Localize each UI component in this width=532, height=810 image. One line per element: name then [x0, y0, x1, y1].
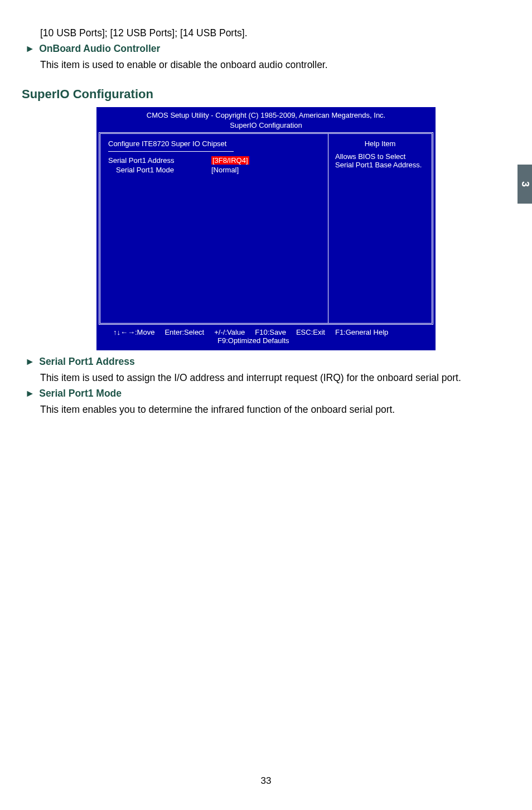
- item-serial-addr: ► Serial Port1 Address: [25, 356, 521, 368]
- arrow-icon: ►: [25, 388, 35, 399]
- chapter-tab-label: 3: [519, 181, 531, 187]
- item-serial-mode-title: Serial Port1 Mode: [39, 388, 122, 399]
- arrow-icon: ►: [25, 356, 35, 368]
- bios-help-panel: Help Item Allows BIOS to Select Serial P…: [328, 134, 432, 323]
- bios-screenshot: CMOS Setup Utility - Copyright (C) 1985-…: [96, 107, 436, 350]
- bios-inner: Configure ITE8720 Super IO Chipset Seria…: [99, 132, 433, 325]
- item-serial-mode: ► Serial Port1 Mode: [25, 388, 521, 399]
- bios-row-serial-mode[interactable]: Serial Port1 Mode [Normal]: [108, 166, 320, 174]
- bios-row-serial-addr[interactable]: Serial Port1 Address [3F8/IRQ4]: [108, 156, 320, 165]
- bios-config-title: Configure ITE8720 Super IO Chipset: [108, 139, 320, 148]
- bios-key-f1: F1:General Help: [335, 328, 388, 336]
- bios-key-f9: F9:Optimized Defaults: [113, 336, 428, 345]
- page-number: 33: [0, 775, 532, 787]
- chapter-tab: 3: [518, 165, 532, 204]
- section-heading: SuperIO Configuration: [22, 87, 521, 102]
- arrow-icon: ►: [25, 43, 35, 55]
- bios-row-label: Serial Port1 Mode: [108, 166, 211, 174]
- page-content: [10 USB Ports]; [12 USB Ports]; [14 USB …: [0, 0, 532, 417]
- bios-row-label: Serial Port1 Address: [108, 156, 211, 165]
- bios-left-panel: Configure ITE8720 Super IO Chipset Seria…: [100, 134, 328, 323]
- item-serial-mode-desc: This item enables you to determine the i…: [40, 402, 521, 417]
- bios-key-esc: ESC:Exit: [296, 328, 325, 336]
- bios-header: CMOS Setup Utility - Copyright (C) 1985-…: [96, 107, 436, 132]
- usb-ports-options: [10 USB Ports]; [12 USB Ports]; [14 USB …: [40, 25, 521, 41]
- bios-key-f10: F10:Save: [255, 328, 286, 336]
- bios-footer: ↑↓←→:Move Enter:Select +/-/:Value F10:Sa…: [96, 325, 436, 350]
- bios-row-value: [3F8/IRQ4]: [211, 156, 249, 165]
- bios-row-value: [Normal]: [211, 166, 239, 174]
- bios-help-header: Help Item: [335, 139, 425, 148]
- item-onboard-audio: ► OnBoard Audio Controller: [25, 43, 521, 55]
- item-serial-addr-title: Serial Port1 Address: [39, 356, 135, 367]
- bios-key-enter: Enter:Select: [165, 328, 204, 336]
- bios-key-move: ↑↓←→:Move: [113, 328, 154, 336]
- bios-help-text: Allows BIOS to Select Serial Port1 Base …: [335, 152, 425, 169]
- bios-underline: [108, 151, 234, 152]
- bios-key-value: +/-/:Value: [214, 328, 245, 336]
- bios-header-line1: CMOS Setup Utility - Copyright (C) 1985-…: [96, 110, 436, 120]
- bios-header-line2: SuperIO Configuration: [96, 120, 436, 131]
- item-serial-addr-desc: This item is used to assign the I/O addr…: [40, 370, 521, 385]
- item-onboard-audio-title: OnBoard Audio Controller: [39, 43, 160, 54]
- item-onboard-audio-desc: This item is used to enable or disable t…: [40, 57, 521, 73]
